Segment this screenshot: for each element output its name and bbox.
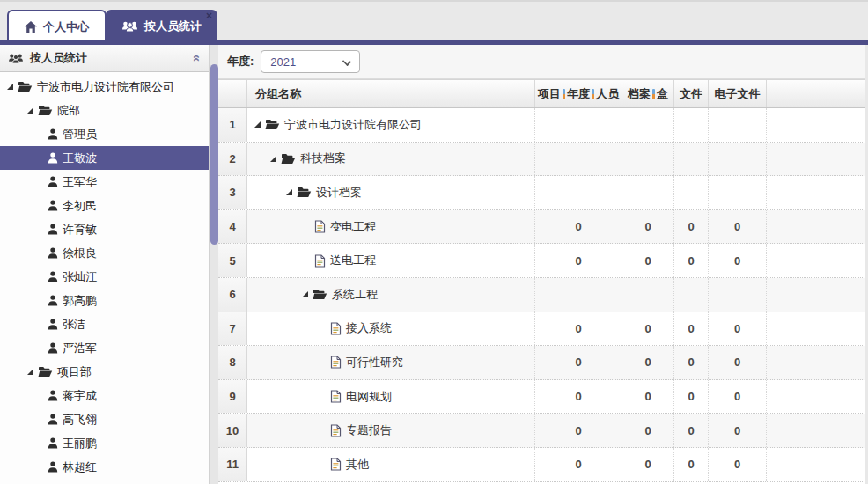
group-name-cell[interactable]: 设计档案	[247, 176, 535, 209]
user-icon	[48, 271, 58, 282]
app-window: 个人中心 按人员统计 ×	[0, 0, 868, 484]
tab-personnel-stats[interactable]: 按人员统计 ×	[106, 10, 217, 42]
sidebar-tree-item[interactable]: 许育敏	[0, 217, 209, 241]
sidebar-tree-item[interactable]: 郭高鹏	[0, 289, 209, 312]
tree-item-label: 张洁	[63, 317, 85, 333]
year-value: 2021	[270, 55, 296, 69]
sidebar-header: 按人员统计 «	[0, 45, 209, 72]
group-name-label: 送电工程	[330, 253, 376, 268]
group-name-cell[interactable]: 其他	[247, 448, 535, 481]
group-name-cell[interactable]: 专题报告	[247, 414, 535, 447]
tab-personal-center[interactable]: 个人中心	[7, 10, 107, 42]
sidebar-tree-item[interactable]: 张洁	[0, 312, 209, 336]
table-row[interactable]: 8 可行性研究0000	[218, 346, 868, 380]
header-project-year-person[interactable]: 项目年度人员	[535, 80, 622, 107]
folder-open-icon	[38, 366, 53, 378]
project-year-person-value: 0	[535, 346, 622, 379]
group-name-cell[interactable]: 科技档案	[247, 143, 535, 176]
sidebar-scrollbar-thumb[interactable]	[210, 64, 218, 245]
file-value: 0	[674, 312, 709, 346]
table-row[interactable]: 5 送电工程0000	[218, 244, 868, 278]
sidebar-tree-item[interactable]: 高飞翎	[0, 407, 209, 431]
table-row[interactable]: 11 其他0000	[218, 448, 868, 482]
document-icon	[314, 254, 326, 268]
sidebar-tree-item[interactable]: 项目部	[0, 360, 209, 384]
tree-item-label: 严浩军	[63, 341, 97, 356]
sidebar-tree-item[interactable]: 林超红	[0, 455, 209, 479]
expander-triangle-icon[interactable]	[302, 291, 308, 297]
file-value: 0	[674, 414, 709, 447]
sidebar-tree-item[interactable]: 张灿江	[0, 265, 209, 289]
sidebar-tree-item[interactable]: 管理员	[0, 122, 209, 146]
group-name-cell[interactable]: 送电工程	[247, 244, 535, 277]
sidebar-tree-item[interactable]: 王丽鹏	[0, 431, 209, 455]
file-value	[674, 176, 709, 209]
sidebar-title: 按人员统计	[30, 50, 87, 66]
tree-item-label: 张灿江	[63, 269, 97, 285]
header-file[interactable]: 文件	[674, 80, 709, 107]
table-row[interactable]: 10 专题报告0000	[218, 414, 868, 448]
archive-box-value: 0	[622, 380, 674, 414]
header-efile[interactable]: 电子文件	[709, 80, 767, 107]
sidebar-tree-item[interactable]: 宁波市电力设计院有限公司	[0, 75, 209, 99]
sidebar-panel: 按人员统计 « 宁波市电力设计院有限公司 院部 管理员 王敬波	[0, 45, 209, 484]
header-group-name[interactable]: 分组名称	[247, 80, 535, 107]
table-row[interactable]: 2 科技档案	[218, 143, 868, 177]
folder-open-icon	[18, 81, 33, 92]
expander-triangle-icon[interactable]	[286, 189, 292, 195]
table-row[interactable]: 4 变电工程0000	[218, 210, 868, 245]
sidebar-tree-item[interactable]: 徐根良	[0, 241, 209, 265]
user-icon	[48, 461, 58, 473]
user-icon	[48, 152, 58, 164]
row-number: 10	[218, 414, 247, 447]
year-dropdown[interactable]: 2021	[261, 50, 360, 73]
expander-triangle-icon[interactable]	[270, 156, 276, 162]
group-name-cell[interactable]: 接入系统	[247, 312, 535, 346]
header-filler	[767, 80, 868, 107]
efile-value: 0	[709, 346, 767, 379]
tree-item-label: 蒋宇成	[63, 388, 97, 404]
group-name-cell[interactable]: 变电工程	[247, 210, 535, 244]
project-year-person-value: 0	[535, 312, 622, 346]
sidebar-tree-item[interactable]: 王敬波	[0, 146, 209, 170]
tree-item-label: 王丽鹏	[63, 436, 97, 451]
sidebar-tree-item[interactable]: 院部	[0, 99, 209, 122]
personnel-tree: 宁波市电力设计院有限公司 院部 管理员 王敬波 王军华 李初民	[0, 72, 209, 484]
group-name-cell[interactable]: 可行性研究	[247, 346, 535, 379]
group-name-cell[interactable]: 电网规划	[247, 380, 535, 414]
home-icon	[25, 21, 37, 33]
expander-triangle-icon[interactable]	[27, 107, 33, 114]
sidebar-scrollbar[interactable]	[209, 45, 218, 484]
group-name-label: 宁波市电力设计院有限公司	[284, 117, 422, 133]
sidebar-tree-item[interactable]: 严浩军	[0, 336, 209, 360]
group-name-label: 设计档案	[316, 185, 362, 201]
row-number: 3	[218, 176, 247, 209]
sidebar-tree-item[interactable]: 蒋宇成	[0, 384, 209, 407]
project-year-person-value	[535, 108, 622, 142]
sidebar-tree-item[interactable]: 石卫华	[0, 479, 209, 484]
table-row[interactable]: 9 电网规划0000	[218, 380, 868, 414]
collapse-panel-icon[interactable]: «	[192, 55, 202, 62]
header-archive-box[interactable]: 档案盒	[622, 80, 674, 107]
expander-triangle-icon[interactable]	[254, 121, 261, 128]
table-row[interactable]: 3 设计档案	[218, 176, 868, 210]
document-icon	[330, 390, 342, 403]
tab-close-icon[interactable]: ×	[206, 11, 212, 21]
sidebar-tree-item[interactable]: 李初民	[0, 194, 209, 217]
sidebar-tree-item[interactable]: 王军华	[0, 170, 209, 194]
table-row[interactable]: 1 宁波市电力设计院有限公司	[218, 108, 868, 143]
efile-value	[709, 143, 767, 176]
expander-triangle-icon[interactable]	[7, 84, 13, 90]
table-row[interactable]: 7 接入系统0000	[218, 312, 868, 347]
group-name-cell[interactable]: 系统工程	[247, 278, 535, 312]
table-row[interactable]: 6 系统工程	[218, 278, 868, 312]
folder-open-icon	[281, 153, 296, 165]
group-name-cell[interactable]: 宁波市电力设计院有限公司	[247, 108, 535, 142]
project-year-person-value: 0	[535, 244, 622, 277]
row-number: 1	[218, 108, 247, 142]
expander-triangle-icon[interactable]	[27, 369, 33, 375]
efile-value: 0	[709, 312, 767, 346]
user-icon	[48, 342, 58, 354]
tree-item-label: 宁波市电力设计院有限公司	[37, 79, 174, 95]
filter-toolbar: 年度: 2021	[218, 45, 868, 79]
